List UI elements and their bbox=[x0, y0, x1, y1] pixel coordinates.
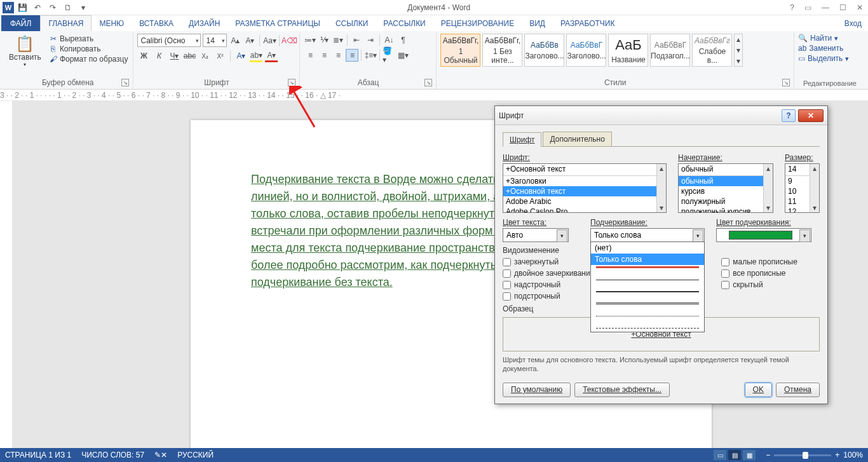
text-effects-dialog-button[interactable]: Текстовые эффекты... bbox=[574, 383, 670, 397]
tab-home[interactable]: ГЛАВНАЯ bbox=[40, 15, 92, 31]
paste-button[interactable]: 📋 Вставить ▾ bbox=[6, 34, 44, 69]
styles-gallery[interactable]: АаБбВвГг,1 ОбычныйАаБбВвГг,1 Без инте...… bbox=[440, 34, 790, 67]
show-paragraph-button[interactable]: ¶ bbox=[397, 34, 409, 46]
status-page[interactable]: СТРАНИЦА 1 ИЗ 1 bbox=[5, 451, 71, 459]
justify-button[interactable]: ≡ bbox=[346, 49, 358, 62]
chk-smallcaps[interactable]: малые прописные bbox=[721, 257, 797, 266]
dialog-titlebar[interactable]: Шрифт ? ✕ bbox=[495, 106, 827, 125]
chk-strikethrough[interactable]: зачеркнутый bbox=[503, 257, 594, 266]
underline-opt-double[interactable] bbox=[596, 296, 699, 304]
underline-dropdown[interactable]: Только слова bbox=[590, 228, 705, 242]
bold-button[interactable]: Ж bbox=[137, 50, 150, 62]
chk-hidden[interactable]: скрытый bbox=[721, 280, 797, 289]
vertical-ruler[interactable] bbox=[0, 101, 13, 451]
qat-more-button[interactable]: ▾ bbox=[76, 1, 90, 14]
cut-button[interactable]: ✂Вырезать bbox=[48, 34, 130, 44]
font-listbox[interactable]: +Основной текст +Заголовки+Основной текс… bbox=[503, 163, 667, 213]
view-web-button[interactable]: ▦ bbox=[743, 450, 756, 460]
align-center-button[interactable]: ≡ bbox=[318, 49, 330, 62]
tab-review[interactable]: РЕЦЕНЗИРОВАНИЕ bbox=[433, 15, 522, 31]
help-icon[interactable]: ? bbox=[787, 3, 797, 12]
font-option[interactable]: Adobe Caslon Pro bbox=[503, 207, 666, 213]
zoom-level[interactable]: 100% bbox=[843, 451, 863, 459]
strike-button[interactable]: abc bbox=[183, 50, 196, 62]
text-color-dropdown[interactable]: Авто bbox=[503, 228, 569, 242]
line-spacing-button[interactable]: ‡≡▾ bbox=[364, 49, 377, 62]
italic-button[interactable]: К bbox=[153, 50, 165, 62]
status-wordcount[interactable]: ЧИСЛО СЛОВ: 57 bbox=[81, 451, 144, 459]
undo-button[interactable]: ↶ bbox=[31, 1, 44, 14]
tab-mailings[interactable]: РАССЫЛКИ bbox=[376, 15, 433, 31]
size-listbox[interactable]: 14 910111214 ▴▾ bbox=[785, 163, 820, 213]
horizontal-ruler[interactable]: 3 · · 2 · · 1 · · · · · 1 · · 2 · · 3 · … bbox=[0, 90, 868, 101]
style-option[interactable]: полужирный курсив bbox=[679, 207, 773, 213]
styles-launcher[interactable]: ↘ bbox=[782, 79, 790, 86]
view-read-button[interactable]: ▭ bbox=[714, 450, 726, 460]
numbering-button[interactable]: ⅟▾ bbox=[318, 34, 330, 46]
subscript-button[interactable]: X₂ bbox=[198, 50, 211, 62]
redo-button[interactable]: ↷ bbox=[46, 1, 60, 14]
font-launcher[interactable]: ↘ bbox=[288, 79, 295, 86]
tab-menu[interactable]: Меню bbox=[92, 15, 132, 31]
tab-layout[interactable]: РАЗМЕТКА СТРАНИЦЫ bbox=[227, 15, 328, 31]
font-size-combo[interactable]: 14 bbox=[203, 34, 227, 47]
style-item[interactable]: АаБНазвание bbox=[608, 34, 648, 67]
set-default-button[interactable]: По умолчанию bbox=[503, 383, 571, 397]
inc-indent-button[interactable]: ⇥ bbox=[364, 34, 377, 46]
tab-developer[interactable]: РАЗРАБОТЧИК bbox=[553, 15, 623, 31]
style-item[interactable]: АаБбВвГЗаголово... bbox=[566, 34, 606, 67]
zoom-slider[interactable] bbox=[774, 454, 831, 456]
shrink-font-button[interactable]: A▾ bbox=[243, 34, 256, 47]
font-scrollbar[interactable]: ▴▾ bbox=[656, 164, 666, 212]
underline-opt-dotted[interactable] bbox=[596, 308, 699, 316]
dialog-help-button[interactable]: ? bbox=[782, 109, 796, 122]
underline-opt-wordsonly[interactable]: Только слова bbox=[591, 254, 704, 265]
underline-color-dropdown[interactable] bbox=[716, 228, 811, 242]
ribbon-options-icon[interactable]: ▭ bbox=[802, 3, 814, 12]
underline-button[interactable]: Ч▾ bbox=[168, 50, 180, 62]
superscript-button[interactable]: X² bbox=[214, 50, 226, 62]
bullets-button[interactable]: ≔▾ bbox=[304, 34, 316, 46]
tab-insert[interactable]: ВСТАВКА bbox=[132, 15, 181, 31]
zoom-control[interactable]: − + 100% bbox=[766, 451, 863, 459]
style-option[interactable]: курсив bbox=[679, 186, 773, 196]
underline-opt-single[interactable] bbox=[596, 271, 699, 280]
find-button[interactable]: 🔍Найти ▾ bbox=[798, 34, 862, 43]
style-scrollbar[interactable]: ▴▾ bbox=[763, 164, 773, 212]
align-left-button[interactable]: ≡ bbox=[304, 49, 316, 62]
cancel-button[interactable]: Отмена bbox=[776, 383, 820, 397]
status-language[interactable]: РУССКИЙ bbox=[177, 451, 214, 459]
view-print-button[interactable]: ▤ bbox=[728, 450, 741, 460]
underline-dropdown-list[interactable]: (нет) Только слова bbox=[590, 241, 705, 332]
format-painter-button[interactable]: 🖌Формат по образцу bbox=[48, 54, 130, 64]
paragraph-launcher[interactable]: ↘ bbox=[424, 79, 432, 86]
status-proofing-icon[interactable]: ✎✕ bbox=[154, 451, 167, 459]
underline-opt-thick[interactable] bbox=[596, 283, 699, 292]
dialog-close-button[interactable]: ✕ bbox=[798, 109, 824, 122]
zoom-in-button[interactable]: + bbox=[835, 451, 839, 459]
style-listbox[interactable]: обычный обычныйкурсивполужирныйполужирны… bbox=[678, 163, 773, 213]
tab-view[interactable]: ВИД bbox=[522, 15, 553, 31]
new-doc-button[interactable]: 🗋 bbox=[61, 1, 75, 14]
change-case-button[interactable]: Aa▾ bbox=[263, 34, 276, 47]
chk-subscript[interactable]: подстрочный bbox=[503, 292, 594, 301]
size-scrollbar[interactable]: ▴▾ bbox=[810, 164, 819, 212]
copy-button[interactable]: ⎘Копировать bbox=[48, 44, 130, 54]
style-item[interactable]: АаБбВвГг,1 Обычный bbox=[440, 34, 480, 67]
shading-button[interactable]: 🪣▾ bbox=[383, 49, 395, 62]
font-option[interactable]: +Основной текст bbox=[503, 186, 666, 196]
chk-double-strike[interactable]: двойное зачеркивание bbox=[503, 269, 594, 278]
text-effects-button[interactable]: A▾ bbox=[234, 50, 247, 62]
sort-button[interactable]: A↓ bbox=[383, 34, 395, 46]
style-item[interactable]: АаБбВвГг,1 Без инте... bbox=[482, 34, 522, 67]
minimize-button[interactable]: — bbox=[819, 3, 832, 12]
maximize-button[interactable]: ☐ bbox=[837, 3, 849, 12]
font-input[interactable]: +Основной текст bbox=[503, 164, 666, 176]
login-link[interactable]: Вход bbox=[838, 15, 868, 31]
replace-button[interactable]: abЗаменить bbox=[798, 44, 862, 53]
style-option[interactable]: обычный bbox=[679, 176, 773, 186]
select-button[interactable]: ▭Выделить ▾ bbox=[798, 54, 862, 63]
style-item[interactable]: АаБбВвЗаголово... bbox=[524, 34, 564, 67]
borders-button[interactable]: ▦▾ bbox=[397, 49, 409, 62]
font-option[interactable]: +Заголовки bbox=[503, 176, 666, 186]
